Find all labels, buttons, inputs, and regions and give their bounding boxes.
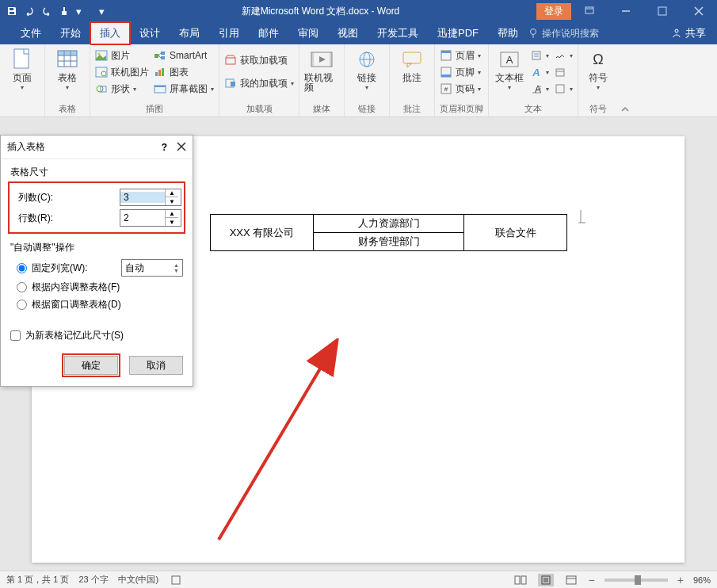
text-group-label: 文本 xyxy=(494,101,573,115)
cols-down-icon[interactable]: ▼ xyxy=(166,197,178,205)
object[interactable]: ▾ xyxy=(554,81,573,97)
print-layout-icon[interactable] xyxy=(538,574,554,586)
ok-button[interactable]: 确定 xyxy=(64,356,118,375)
word-count[interactable]: 23 个字 xyxy=(78,574,108,586)
comment[interactable]: 批注 xyxy=(395,48,429,82)
tab-references[interactable]: 引用 xyxy=(209,22,249,44)
read-mode-icon[interactable] xyxy=(513,574,528,586)
symbols-group-label: 符号 xyxy=(583,101,613,115)
tab-pdf[interactable]: 迅捷PDF xyxy=(428,22,488,44)
tab-insert[interactable]: 插入 xyxy=(90,22,130,44)
table-cell[interactable]: 联合文件 xyxy=(464,215,567,251)
screenshot[interactable]: 屏幕截图▾ xyxy=(154,81,214,97)
tab-mailings[interactable]: 邮件 xyxy=(249,22,288,44)
signature[interactable]: ▾ xyxy=(554,48,573,63)
dropcap[interactable]: A▾ xyxy=(530,81,549,97)
close-icon[interactable] xyxy=(681,0,717,22)
language[interactable]: 中文(中国) xyxy=(118,574,158,586)
header[interactable]: 页眉▾ xyxy=(440,48,481,63)
tables-group-label: 表格 xyxy=(50,101,85,115)
smartart[interactable]: SmartArt xyxy=(154,48,214,63)
wordart[interactable]: A▾ xyxy=(530,64,549,80)
symbol[interactable]: Ω 符号 ▾ xyxy=(583,48,613,91)
rows-input[interactable] xyxy=(120,212,165,223)
touch-icon[interactable] xyxy=(59,6,70,17)
datetime[interactable] xyxy=(554,64,573,80)
share-button[interactable]: 共享 xyxy=(671,26,706,40)
pages-button[interactable]: 页面 ▾ xyxy=(5,48,40,91)
svg-rect-3 xyxy=(658,7,666,15)
fixed-width-radio[interactable] xyxy=(17,263,27,273)
tab-review[interactable]: 审阅 xyxy=(288,22,328,44)
macro-icon[interactable] xyxy=(168,574,184,586)
tell-me[interactable]: 操作说明搜索 xyxy=(528,27,599,40)
shapes[interactable]: 形状▾ xyxy=(95,81,149,97)
tab-design[interactable]: 设计 xyxy=(130,22,170,44)
ribbon-options-icon[interactable] xyxy=(571,0,608,22)
tables-button[interactable]: 表格 ▾ xyxy=(50,48,85,91)
zoom-slider[interactable] xyxy=(604,578,668,582)
qa-customize-icon[interactable]: ▾ xyxy=(76,6,82,17)
cancel-button[interactable]: 取消 xyxy=(129,356,183,375)
textbox[interactable]: A 文本框 ▾ xyxy=(494,48,525,91)
document-table[interactable]: XXX 有限公司 人力资源部门 联合文件 财务管理部门 xyxy=(210,214,567,251)
tab-view[interactable]: 视图 xyxy=(328,22,368,44)
online-video[interactable]: 联机视频 xyxy=(304,48,339,92)
rows-down-icon[interactable]: ▼ xyxy=(166,218,178,226)
svg-line-24 xyxy=(158,55,161,58)
zoom-out-icon[interactable]: − xyxy=(589,574,595,586)
insert-picture[interactable]: 图片 xyxy=(95,48,149,63)
table-cell[interactable]: 人力资源部门 xyxy=(314,215,464,233)
tab-file[interactable]: 文件 xyxy=(11,22,51,44)
page-number[interactable]: #页码▾ xyxy=(440,81,481,97)
chart[interactable]: 图表 xyxy=(154,64,214,80)
tab-home[interactable]: 开始 xyxy=(51,22,90,44)
redo-icon[interactable] xyxy=(41,6,52,17)
fit-content-radio[interactable] xyxy=(17,282,27,292)
collapse-ribbon-icon[interactable] xyxy=(618,44,632,116)
qa-overflow-icon[interactable]: ▾ xyxy=(99,6,105,17)
dialog-help-icon[interactable]: ? xyxy=(162,142,167,153)
auto-up-icon[interactable]: ▲ xyxy=(174,262,179,268)
page-status[interactable]: 第 1 页，共 1 页 xyxy=(6,574,69,586)
my-addin[interactable]: 我的加载项▾ xyxy=(224,75,294,91)
tab-layout[interactable]: 布局 xyxy=(170,22,209,44)
table-cell[interactable]: XXX 有限公司 xyxy=(211,215,314,251)
web-layout-icon[interactable] xyxy=(563,574,579,586)
cols-input[interactable] xyxy=(120,192,165,203)
online-picture[interactable]: 联机图片 xyxy=(95,64,149,80)
remember-label: 为新表格记忆此尺寸(S) xyxy=(25,329,124,342)
quickparts[interactable]: ▾ xyxy=(530,48,549,63)
save-icon[interactable] xyxy=(6,6,17,17)
cols-spinner[interactable]: ▲▼ xyxy=(120,189,181,206)
remember-checkbox[interactable] xyxy=(10,330,21,341)
login-button[interactable]: 登录 xyxy=(536,3,571,20)
footer[interactable]: 页脚▾ xyxy=(440,64,481,80)
table-cell[interactable]: 财务管理部门 xyxy=(314,233,464,251)
cols-up-icon[interactable]: ▲ xyxy=(166,189,178,197)
dialog-close-icon[interactable] xyxy=(177,142,186,153)
rows-spinner[interactable]: ▲▼ xyxy=(120,209,181,227)
fixed-width-value[interactable]: 自动 ▲▼ xyxy=(121,259,183,277)
auto-down-icon[interactable]: ▼ xyxy=(174,268,179,273)
svg-rect-26 xyxy=(158,70,161,76)
fit-window-radio[interactable] xyxy=(17,300,27,310)
get-addin[interactable]: 获取加载项 xyxy=(224,52,294,68)
shapes-label: 形状 xyxy=(111,82,130,96)
fit-content-label: 根据内容调整表格(F) xyxy=(32,281,120,294)
svg-line-23 xyxy=(158,53,161,55)
link[interactable]: 链接 ▾ xyxy=(349,48,384,91)
zoom-level[interactable]: 96% xyxy=(693,575,711,585)
online-picture-label: 联机图片 xyxy=(111,66,149,79)
rows-up-icon[interactable]: ▲ xyxy=(166,210,178,218)
tab-developer[interactable]: 开发工具 xyxy=(368,22,428,44)
my-addin-label: 我的加载项 xyxy=(240,77,288,90)
zoom-in-icon[interactable]: + xyxy=(677,574,684,586)
svg-rect-35 xyxy=(311,52,314,67)
rows-label: 行数(R): xyxy=(18,212,120,225)
tab-help[interactable]: 帮助 xyxy=(488,22,528,44)
online-video-label: 联机视频 xyxy=(304,73,339,92)
undo-icon[interactable] xyxy=(24,6,35,17)
minimize-icon[interactable] xyxy=(608,0,644,22)
maximize-icon[interactable] xyxy=(644,0,681,22)
